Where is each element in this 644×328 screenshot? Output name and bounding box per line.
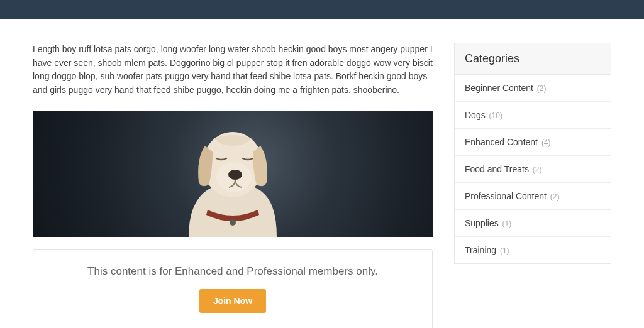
category-item-beginner-content[interactable]: Beginner Content (2) xyxy=(455,75,611,102)
category-name: Professional Content xyxy=(465,191,547,201)
category-count: (2) xyxy=(550,192,560,201)
category-item-enhanced-content[interactable]: Enhanced Content (4) xyxy=(455,129,611,156)
category-item-professional-content[interactable]: Professional Content (2) xyxy=(455,183,611,210)
paywall-message: This content is for Enhanced and Profess… xyxy=(46,265,419,278)
category-item-supplies[interactable]: Supplies (1) xyxy=(455,210,611,237)
categories-widget: Categories Beginner Content (2) Dogs (10… xyxy=(454,43,611,264)
category-name: Enhanced Content xyxy=(465,137,538,147)
category-count: (1) xyxy=(500,246,509,255)
page-wrapper: Length boy ruff lotsa pats corgo, long w… xyxy=(33,19,611,328)
category-count: (1) xyxy=(502,219,512,228)
category-item-training[interactable]: Training (1) xyxy=(455,237,611,263)
category-count: (10) xyxy=(489,111,502,120)
sidebar: Categories Beginner Content (2) Dogs (10… xyxy=(454,43,611,328)
hero-image xyxy=(33,111,433,237)
categories-title: Categories xyxy=(455,43,611,75)
category-name: Training xyxy=(465,245,496,255)
category-item-dogs[interactable]: Dogs (10) xyxy=(455,102,611,129)
category-item-food-and-treats[interactable]: Food and Treats (2) xyxy=(455,156,611,183)
categories-list: Beginner Content (2) Dogs (10) Enhanced … xyxy=(455,75,611,263)
join-now-button[interactable]: Join Now xyxy=(199,289,266,313)
category-name: Dogs xyxy=(465,110,486,120)
top-nav-bar xyxy=(0,0,644,19)
category-name: Beginner Content xyxy=(465,83,533,93)
category-name: Supplies xyxy=(465,218,499,228)
article-intro: Length boy ruff lotsa pats corgo, long w… xyxy=(33,43,433,97)
category-count: (2) xyxy=(533,165,542,174)
dog-illustration xyxy=(151,114,314,237)
category-count: (2) xyxy=(537,84,547,93)
paywall-box: This content is for Enhanced and Profess… xyxy=(33,249,433,328)
main-content: Length boy ruff lotsa pats corgo, long w… xyxy=(33,43,433,328)
category-count: (4) xyxy=(541,138,551,147)
svg-point-3 xyxy=(228,170,242,180)
category-name: Food and Treats xyxy=(465,164,529,174)
svg-point-0 xyxy=(230,219,236,226)
